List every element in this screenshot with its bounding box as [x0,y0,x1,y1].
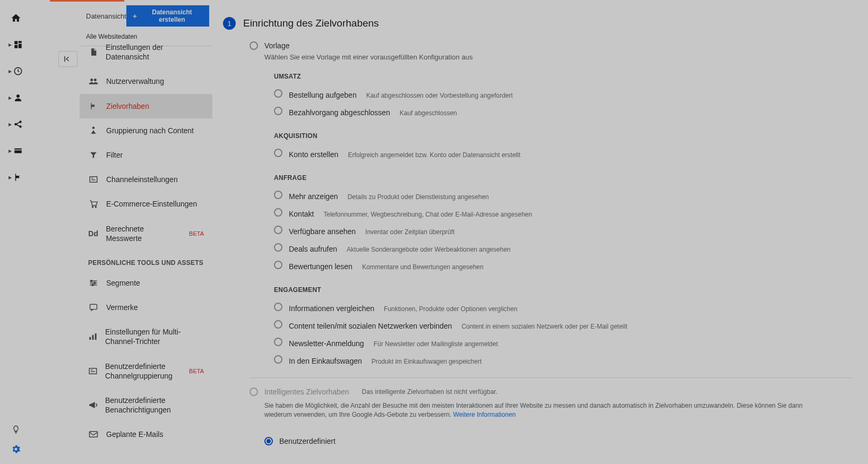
sidebar-item-label: Channeleinstellungen [106,175,178,184]
radio-icon[interactable] [274,261,282,269]
template-option-desc: Kommentare und Bewertungen angesehen [362,263,484,271]
template-option[interactable]: Newsletter-AnmeldungFür Newsletter oder … [274,334,852,351]
template-option[interactable]: Bezahlvorgang abgeschlossenKauf abgeschl… [274,103,852,121]
sidebar-item-calculated-metrics[interactable]: Dd Berechnete Messwerte BETA [80,217,212,251]
sidebar-item-custom-channel-grouping[interactable]: Benutzerdefinierte Channelgruppierung BE… [80,354,212,388]
radio-icon[interactable] [274,355,282,364]
bulb-icon[interactable] [11,425,21,434]
sidebar-item-content-grouping[interactable]: Gruppierung nach Content [80,118,212,143]
template-option[interactable]: In den EinkaufswagenProdukt im Einkaufsw… [274,351,852,369]
sidebar-item-channel-settings[interactable]: Channeleinstellungen [80,167,212,192]
create-view-button[interactable]: ＋ Datenansicht erstellen [126,5,209,27]
beta-badge: BETA [189,230,204,237]
radio-icon[interactable] [274,338,282,346]
template-option[interactable]: Deals aufrufenAktuelle Sonderangebote od… [274,239,852,257]
rail-conversions[interactable]: ▶ [8,172,23,183]
rail-behavior[interactable]: ▶ [8,145,23,156]
svg-rect-10 [14,150,22,151]
sidebar-item-custom-alerts[interactable]: Benutzerdefinierte Benachrichtigungen [80,388,212,422]
radio-icon[interactable] [274,89,282,98]
template-option[interactable]: Konto erstellenErfolgreich angemeldet bz… [274,145,852,162]
svg-rect-2 [19,44,22,48]
mail-icon [88,431,99,438]
sidebar-item-label: Einstellungen für Multi-Channel-Trichter [105,327,204,346]
template-option-label: Verfügbare ansehen [289,227,356,236]
template-option-label: Konto erstellen [289,150,338,159]
template-option-desc: Content in einem sozialen Netzwerk oder … [461,323,627,330]
separator [250,377,852,378]
radio-icon[interactable] [274,243,282,252]
template-option[interactable]: Informationen vergleichenFunktionen, Pro… [274,299,852,316]
rail-acquisition[interactable]: ▶ [8,119,23,130]
smart-more-info-link[interactable]: Weitere Informationen [453,411,516,418]
sidebar-item-label: Segmente [106,278,140,288]
svg-rect-3 [14,45,18,48]
template-option-desc: Telefonnummer, Wegbeschreibung, Chat ode… [323,211,532,218]
option-smart-goal: Intelligentes Zielvorhaben Das intellige… [223,385,852,420]
template-option-desc: Inventar oder Zeitplan überprüft [365,228,454,236]
sidebar-item-label: Nutzerverwaltung [106,76,164,86]
collapse-sidebar-button[interactable] [58,51,78,67]
template-section: ENGAGEMENTInformationen vergleichenFunkt… [274,281,852,369]
template-option-label: Informationen vergleichen [289,304,374,313]
radio-icon[interactable] [274,208,282,217]
rail-realtime[interactable]: ▶ [8,66,23,76]
template-option[interactable]: Mehr anzeigenDetails zu Produkt oder Die… [274,187,852,204]
sidebar-item-goals[interactable]: Zielvorhaben [80,94,212,118]
radio-icon[interactable] [250,41,258,50]
template-option[interactable]: Bestellung aufgebenKauf abgeschlossen od… [274,85,852,103]
dd-icon: Dd [88,229,98,238]
radio-icon[interactable] [274,226,282,234]
sidebar-item-segments[interactable]: Segmente [80,271,212,295]
template-option-desc: Details zu Produkt oder Dienstleistung a… [348,193,489,201]
option-vorlage-head[interactable]: Vorlage [223,39,852,53]
sidebar-item-label: Benutzerdefinierte Channelgruppierung [105,362,179,381]
sidebar-item-filters[interactable]: Filter [80,143,212,167]
sidebar-section-title: PERSÖNLICHE TOOLS UND ASSETS [80,251,212,271]
sidebar-scroll[interactable]: Einstellungen der Datenansicht Nutzerver… [80,35,212,464]
svg-rect-23 [95,333,97,340]
svg-point-5 [16,94,20,98]
sidebar-title: Datenansicht [86,12,126,20]
rail-bottom [0,425,32,454]
radio-icon[interactable] [274,320,282,329]
sidebar-item-mcf-settings[interactable]: Einstellungen für Multi-Channel-Trichter [80,320,212,354]
channel-icon [88,367,98,375]
template-option-desc: Funktionen, Produkte oder Optionen vergl… [384,305,518,313]
svg-rect-9 [14,149,22,153]
sidebar-item-user-management[interactable]: Nutzerverwaltung [80,69,212,93]
svg-point-11 [90,79,93,81]
template-section-title: AKQUISITION [274,132,852,140]
sidebar-item-view-settings[interactable]: Einstellungen der Datenansicht [80,35,212,69]
radio-icon[interactable] [274,191,282,199]
gear-icon[interactable] [11,444,21,454]
beta-badge: BETA [189,367,204,375]
top-accent-line [50,0,124,2]
sidebar-item-ecommerce-settings[interactable]: E-Commerce-Einstellungen [80,192,212,216]
chevron-right-icon: ▶ [8,175,12,180]
template-option-label: Mehr anzeigen [289,192,338,201]
card-icon [13,145,23,156]
template-option[interactable]: Content teilen/mit sozialen Netzwerken v… [274,316,852,334]
rail-dashboard[interactable]: ▶ [8,39,23,50]
template-option[interactable]: Verfügbare ansehenInventar oder Zeitplan… [274,222,852,239]
sidebar-item-annotations[interactable]: Vermerke [80,295,212,320]
template-option[interactable]: Bewertungen lesenKommentare und Bewertun… [274,257,852,274]
template-section: UMSATZBestellung aufgebenKauf abgeschlos… [274,67,852,121]
rail-home[interactable] [11,13,21,23]
option-custom[interactable]: Benutzerdefiniert [238,425,360,457]
svg-point-19 [92,284,93,286]
radio-icon[interactable] [264,437,273,445]
sidebar-item-label: Benutzerdefinierte Benachrichtigungen [105,396,204,415]
radio-icon[interactable] [274,303,282,311]
cart-icon [88,200,99,208]
rail-audience[interactable]: ▶ [8,92,23,103]
chevron-right-icon: ▶ [8,42,12,47]
sidebar-item-label: Einstellungen der Datenansicht [106,42,204,62]
users-icon [88,77,99,85]
radio-icon[interactable] [274,107,282,115]
template-option[interactable]: KontaktTelefonnummer, Wegbeschreibung, C… [274,204,852,222]
radio-icon[interactable] [274,149,282,157]
sidebar-item-scheduled-emails[interactable]: Geplante E-Mails [80,422,212,446]
sidebar-item-label: E-Commerce-Einstellungen [106,199,197,209]
